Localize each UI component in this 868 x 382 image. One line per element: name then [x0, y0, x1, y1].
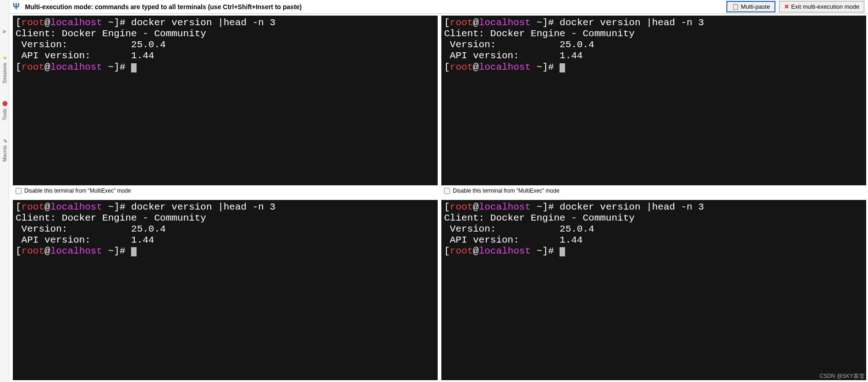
terminal-pane-1: [root@localhost ~]# docker version |head…	[13, 16, 438, 196]
multi-paste-label: Multi-paste	[741, 3, 770, 10]
sidebar-label-tools: Tools	[2, 109, 7, 121]
cursor-icon	[560, 63, 565, 72]
terminal-pane-2: [root@localhost ~]# docker version |head…	[441, 16, 866, 196]
expand-sidebar-icon[interactable]: »	[3, 28, 6, 35]
exit-label: Exit multi-execution mode	[791, 3, 859, 10]
sidebar-item-tools[interactable]: Tools ⬤	[1, 99, 7, 122]
sidebar-label-macros: Macros	[2, 145, 7, 162]
terminal-output-2[interactable]: [root@localhost ~]# docker version |head…	[441, 16, 866, 185]
close-icon: ✕	[784, 3, 789, 10]
multi-exec-icon: Ψ	[13, 2, 20, 11]
macro-icon: ✎	[1, 138, 7, 144]
cursor-icon	[131, 247, 137, 256]
exit-multi-exec-button[interactable]: ✕ Exit multi-execution mode	[779, 1, 864, 12]
terminal-pane-4: [root@localhost ~]# docker version |head…	[441, 200, 866, 381]
disable-terminal-checkbox-1[interactable]	[16, 188, 22, 194]
star-icon: ★	[1, 55, 7, 61]
top-bar: Ψ Multi-execution mode: commands are typ…	[9, 0, 868, 14]
terminal-output-3[interactable]: [root@localhost ~]# docker version |head…	[13, 200, 438, 381]
multi-paste-button[interactable]: 📋 Multi-paste	[726, 1, 776, 12]
top-bar-title: Multi-execution mode: commands are typed…	[25, 3, 726, 11]
paste-icon: 📋	[732, 3, 739, 10]
tool-icon: ⬤	[1, 101, 7, 107]
terminal-pane-3: [root@localhost ~]# docker version |head…	[13, 200, 438, 381]
disable-terminal-label: Disable this terminal from "MultiExec" m…	[24, 188, 131, 194]
terminal-footer-2: Disable this terminal from "MultiExec" m…	[441, 185, 866, 196]
disable-terminal-label: Disable this terminal from "MultiExec" m…	[453, 188, 560, 194]
terminals-grid: [root@localhost ~]# docker version |head…	[9, 14, 868, 382]
terminal-footer-1: Disable this terminal from "MultiExec" m…	[13, 185, 438, 196]
top-buttons: 📋 Multi-paste ✕ Exit multi-execution mod…	[726, 1, 864, 12]
sidebar-item-sessions[interactable]: Sessions ★	[1, 53, 7, 85]
disable-terminal-checkbox-2[interactable]	[444, 188, 450, 194]
sidebar-label-sessions: Sessions	[2, 63, 7, 83]
left-sidebar: » Sessions ★ Tools ⬤ Macros ✎	[0, 0, 9, 382]
cursor-icon	[131, 63, 137, 72]
cursor-icon	[560, 247, 565, 256]
main-area: Ψ Multi-execution mode: commands are typ…	[9, 0, 868, 382]
terminal-output-4[interactable]: [root@localhost ~]# docker version |head…	[441, 200, 866, 381]
terminal-output-1[interactable]: [root@localhost ~]# docker version |head…	[13, 16, 438, 185]
sidebar-item-macros[interactable]: Macros ✎	[1, 136, 7, 164]
